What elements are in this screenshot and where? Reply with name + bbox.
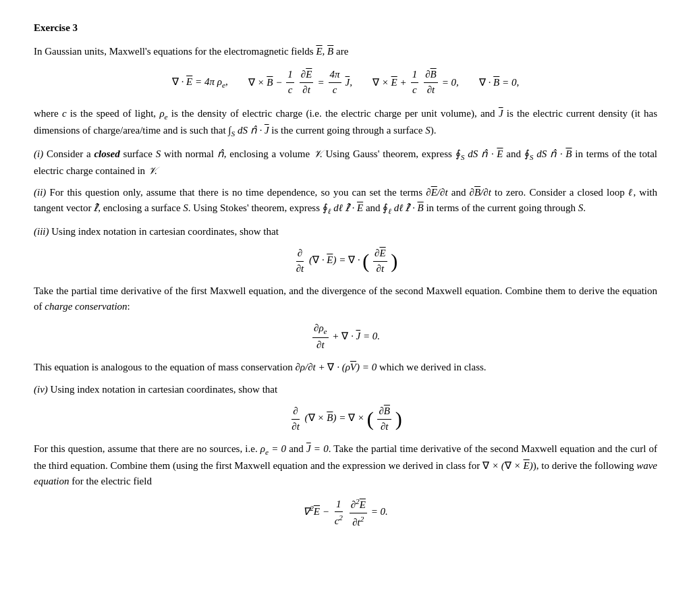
exercise-container: Exercise 3 In Gaussian units, Maxwell's …	[34, 20, 657, 529]
eq-iv: ∂ ∂t (∇ × B) = ∇ × ( ∂B ∂t )	[34, 405, 657, 433]
eq1: ∇ · E = 4π ρe,	[172, 74, 228, 91]
mass-conservation-note: This equation is analogous to the equati…	[34, 360, 657, 375]
eq4: ∇ · B = 0,	[479, 75, 519, 90]
eq2: ∇ × B − 1 c ∂E ∂t = 4π c J,	[248, 68, 352, 96]
part-iii-label: (iii) Using index notation in cartesian …	[34, 224, 657, 240]
part-i-text: (i) Consider a closed surface S with nor…	[34, 146, 657, 178]
part-iv-label: (iv) Using index notation in cartesian c…	[34, 382, 657, 397]
maxwells-equations: ∇ · E = 4π ρe, ∇ × B − 1 c ∂E ∂t = 4π c …	[34, 68, 657, 96]
eq3: ∇ × E + 1 c ∂B ∂t = 0,	[372, 68, 459, 96]
intro-paragraph: In Gaussian units, Maxwell's equations f…	[34, 44, 657, 59]
part-iv-instructions: For this question, assume that there are…	[34, 441, 657, 488]
para1: where c is the speed of light, ρe is the…	[34, 106, 657, 140]
part-ii-text: (ii) For this question only, assume that…	[34, 185, 657, 217]
eq-iii: ∂ ∂t (∇ · E) = ∇ · ( ∂E ∂t )	[34, 247, 657, 275]
wave-equation: ∇2E − 1 c2 ∂2E ∂t2 = 0.	[34, 497, 657, 529]
charge-conservation-eq: ∂ρe ∂t + ∇ · J = 0.	[34, 322, 657, 352]
part-iii-instructions: Take the partial time derivative of the …	[34, 283, 657, 314]
exercise-title: Exercise 3	[34, 20, 657, 36]
